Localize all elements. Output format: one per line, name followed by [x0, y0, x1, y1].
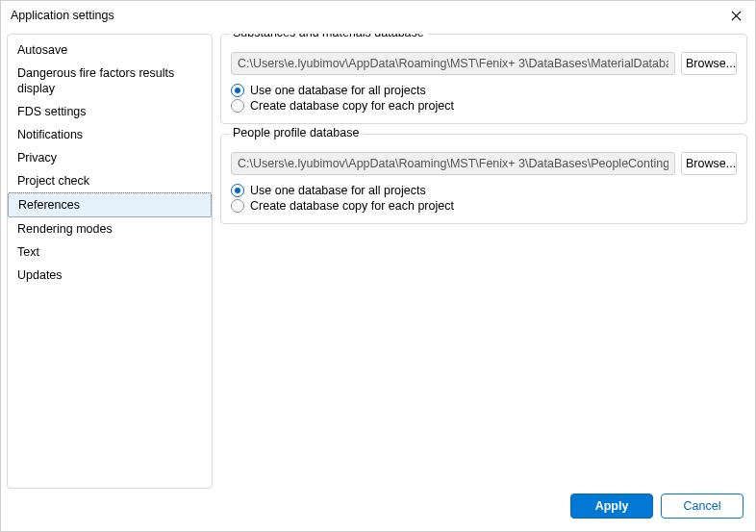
radio-icon — [231, 84, 244, 97]
sidebar-item-label: Privacy — [17, 151, 57, 165]
sidebar-item-label: Notifications — [17, 128, 83, 141]
sidebar-item-autosave[interactable]: Autosave — [8, 38, 212, 62]
group-people-database: People profile database Browse... Use on… — [220, 134, 747, 224]
sidebar-item-dangerous-fire-factors[interactable]: Dangerous fire factors results display — [8, 62, 212, 100]
sidebar: Autosave Dangerous fire factors results … — [7, 34, 213, 489]
cancel-button[interactable]: Cancel — [661, 494, 743, 519]
dialog-footer: Apply Cancel — [1, 489, 755, 531]
sidebar-item-privacy[interactable]: Privacy — [8, 146, 212, 169]
sidebar-item-label: References — [18, 198, 80, 212]
people-radio-use-one[interactable]: Use one database for all projects — [231, 183, 737, 198]
settings-window: Application settings Autosave Dangerous … — [0, 0, 756, 532]
sidebar-item-label: Project check — [17, 174, 89, 188]
radio-icon — [231, 199, 244, 213]
people-radio-create-copy[interactable]: Create database copy for each project — [231, 198, 737, 214]
materials-radio-use-one[interactable]: Use one database for all projects — [231, 83, 737, 98]
sidebar-item-label: FDS settings — [17, 105, 87, 118]
sidebar-item-references[interactable]: References — [8, 192, 212, 217]
radio-icon — [231, 99, 244, 113]
materials-browse-button[interactable]: Browse... — [681, 52, 737, 75]
people-path-input[interactable] — [231, 152, 675, 175]
dialog-body: Autosave Dangerous fire factors results … — [1, 30, 755, 489]
sidebar-item-label: Rendering modes — [17, 222, 113, 236]
materials-radio-create-copy[interactable]: Create database copy for each project — [231, 98, 737, 114]
group-title: People profile database — [229, 126, 363, 139]
titlebar: Application settings — [1, 1, 755, 30]
close-icon — [731, 11, 742, 21]
sidebar-item-fds-settings[interactable]: FDS settings — [8, 100, 212, 123]
sidebar-item-label: Autosave — [17, 43, 67, 57]
sidebar-item-text[interactable]: Text — [8, 241, 212, 264]
radio-label: Create database copy for each project — [250, 99, 454, 113]
sidebar-item-updates[interactable]: Updates — [8, 264, 212, 287]
group-materials-database: Substances and materials database Browse… — [220, 34, 747, 124]
materials-path-input[interactable] — [231, 52, 675, 75]
radio-label: Use one database for all projects — [250, 184, 426, 197]
radio-icon — [231, 184, 244, 197]
close-button[interactable] — [722, 4, 749, 27]
sidebar-item-project-check[interactable]: Project check — [8, 169, 212, 192]
window-title: Application settings — [11, 9, 722, 22]
sidebar-item-notifications[interactable]: Notifications — [8, 123, 212, 146]
group-title: Substances and materials database — [229, 34, 428, 39]
radio-label: Create database copy for each project — [250, 199, 454, 213]
path-row: Browse... — [231, 52, 737, 75]
radio-label: Use one database for all projects — [250, 84, 426, 97]
sidebar-item-label: Text — [17, 245, 39, 259]
content-panel: Substances and materials database Browse… — [218, 34, 749, 489]
sidebar-item-rendering-modes[interactable]: Rendering modes — [8, 217, 212, 241]
sidebar-item-label: Updates — [17, 268, 63, 282]
apply-button[interactable]: Apply — [570, 494, 653, 519]
sidebar-item-label: Dangerous fire factors results display — [17, 66, 174, 95]
people-browse-button[interactable]: Browse... — [681, 152, 737, 175]
path-row: Browse... — [231, 152, 737, 175]
